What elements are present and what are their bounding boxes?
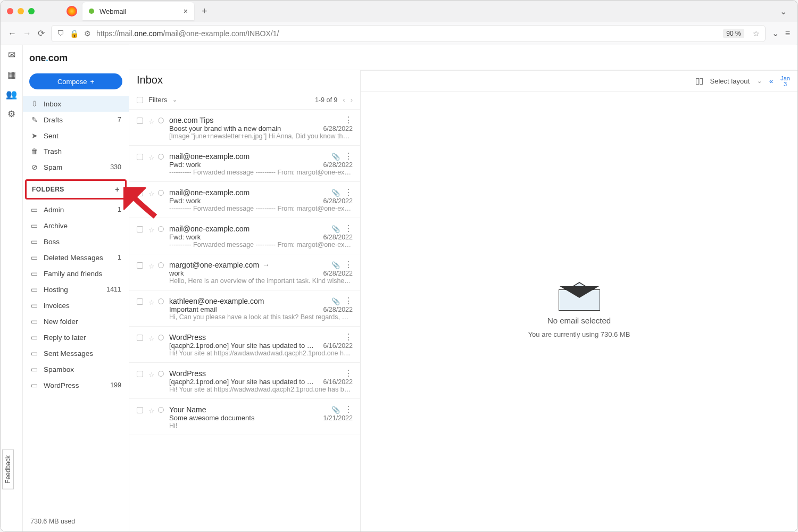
layout-icon[interactable] [696,78,703,85]
star-icon[interactable]: ☆ [148,407,155,429]
minimize-window-icon[interactable] [18,8,24,14]
read-status-icon[interactable] [158,262,164,268]
browser-tab[interactable]: Webmail × [82,2,194,20]
filters-label[interactable]: Filters [148,96,167,104]
message-checkbox[interactable] [137,371,143,377]
message-more-icon[interactable]: ⋮ [344,262,353,268]
message-more-icon[interactable]: ⋮ [344,298,353,304]
star-icon[interactable]: ☆ [148,262,155,285]
star-icon[interactable]: ☆ [148,190,155,212]
settings-rail-icon[interactable]: ⚙ [7,109,15,120]
sidebar-folder-invoices[interactable]: ▭ invoices [23,297,129,313]
select-layout-label[interactable]: Select layout [710,77,750,85]
message-more-icon[interactable]: ⋮ [344,407,353,412]
sidebar-folder-family-and-friends[interactable]: ▭ Family and friends [23,265,129,281]
collapse-icon[interactable]: « [769,77,773,85]
star-icon[interactable]: ☆ [148,298,155,321]
sidebar-folder-admin[interactable]: ▭ Admin 1 [23,202,129,218]
message-more-icon[interactable]: ⋮ [344,154,353,159]
sidebar-folder-wordpress[interactable]: ▭ WordPress 199 [23,377,129,393]
message-row[interactable]: ☆ margot@one-example.com → 📎 ⋮ work 6/28… [129,254,360,290]
message-row[interactable]: ☆ WordPress ⋮ [qacph2.1prod.one] Your si… [129,327,360,363]
folders-header[interactable]: FOLDERS + [25,179,127,200]
read-status-icon[interactable] [158,335,164,340]
message-more-icon[interactable]: ⋮ [344,118,353,123]
read-status-icon[interactable] [158,371,164,377]
sidebar-folder-sent-messages[interactable]: ▭ Sent Messages [23,345,129,361]
message-checkbox[interactable] [137,262,143,269]
message-row[interactable]: ☆ kathleen@one-example.com 📎 ⋮ Important… [129,290,360,327]
sidebar-item-trash[interactable]: 🗑 Trash [23,144,129,159]
sidebar-folder-deleted-messages[interactable]: ▭ Deleted Messages 1 [23,250,129,265]
sidebar-item-count: 199 [110,381,121,389]
message-more-icon[interactable]: ⋮ [344,226,353,231]
url-bar[interactable]: ⛉ 🔒 ⚙ https://mail.one.com/mail@one-exam… [51,25,766,42]
browser-toolbar: ← → ⟳ ⛉ 🔒 ⚙ https://mail.one.com/mail@on… [1,22,797,45]
sidebar-folder-hosting[interactable]: ▭ Hosting 1411 [23,281,129,297]
message-row[interactable]: ☆ mail@one-example.com 📎 ⋮ Fwd: work 6/2… [129,146,360,182]
message-checkbox[interactable] [137,226,143,232]
select-all-checkbox[interactable] [137,97,143,103]
read-status-icon[interactable] [158,118,164,123]
read-status-icon[interactable] [158,154,164,160]
permissions-icon[interactable]: ⚙ [84,29,91,38]
sidebar-folder-new-folder[interactable]: ▭ New folder [23,313,129,329]
maximize-window-icon[interactable] [28,8,35,14]
message-more-icon[interactable]: ⋮ [344,190,353,195]
message-checkbox[interactable] [137,407,143,413]
sidebar-item-inbox[interactable]: ⇩ Inbox [23,96,129,112]
pocket-icon[interactable]: ⌄ [772,28,779,38]
sidebar-folder-boss[interactable]: ▭ Boss [23,234,129,250]
message-row[interactable]: ☆ Your Name 📎 ⋮ Some awesome documents 1… [129,399,360,435]
add-folder-icon[interactable]: + [115,185,120,194]
prev-page-icon[interactable]: ‹ [343,96,345,104]
message-row[interactable]: ☆ mail@one-example.com 📎 ⋮ Fwd: work 6/2… [129,182,360,218]
back-icon[interactable]: ← [8,29,16,38]
star-icon[interactable]: ☆ [148,335,155,357]
message-checkbox[interactable] [137,190,143,196]
bookmark-star-icon[interactable]: ☆ [753,29,760,38]
tabs-dropdown-icon[interactable]: ⌄ [780,6,787,16]
message-checkbox[interactable] [137,154,143,160]
calendar-rail-icon[interactable]: ▦ [7,69,16,80]
sidebar-folder-spambox[interactable]: ▭ Spambox [23,361,129,377]
compose-button[interactable]: Compose + [29,73,122,89]
sidebar-item-spam[interactable]: ⊘ Spam 330 [23,159,129,175]
sidebar-item-sent[interactable]: ➤ Sent [23,128,129,144]
feedback-tab[interactable]: Feedback [2,450,14,489]
date-chip[interactable]: Jan 3 [780,76,790,87]
next-page-icon[interactable]: › [351,96,353,104]
message-more-icon[interactable]: ⋮ [344,335,353,340]
reload-icon[interactable]: ⟳ [38,28,45,38]
star-icon[interactable]: ☆ [148,226,155,248]
zoom-level[interactable]: 90 % [723,29,744,38]
read-status-icon[interactable] [158,190,164,196]
shield-icon[interactable]: ⛉ [57,29,64,38]
sidebar-item-drafts[interactable]: ✎ Drafts 7 [23,112,129,128]
filters-chevron-icon[interactable]: ⌄ [172,96,177,103]
message-checkbox[interactable] [137,335,143,341]
star-icon[interactable]: ☆ [148,371,155,393]
message-row[interactable]: ☆ one.com Tips ⋮ Boost your brand with a… [129,110,360,146]
message-checkbox[interactable] [137,118,143,124]
menu-icon[interactable]: ≡ [785,29,790,38]
read-status-icon[interactable] [158,298,164,304]
tab-close-icon[interactable]: × [184,7,188,15]
message-more-icon[interactable]: ⋮ [344,371,353,376]
close-window-icon[interactable] [7,8,13,14]
lock-icon[interactable]: 🔒 [70,29,79,38]
read-status-icon[interactable] [158,226,164,232]
sidebar-folder-archive[interactable]: ▭ Archive [23,218,129,234]
reader-pane: Search in Inbox ⌕ What's new mail@one-ex… [361,45,797,531]
message-row[interactable]: ☆ mail@one-example.com 📎 ⋮ Fwd: work 6/2… [129,218,360,254]
star-icon[interactable]: ☆ [148,118,155,140]
read-status-icon[interactable] [158,407,164,413]
message-checkbox[interactable] [137,298,143,305]
layout-chevron-icon[interactable]: ⌄ [757,78,762,85]
new-tab-icon[interactable]: + [202,6,207,17]
sidebar-folder-reply-to-later[interactable]: ▭ Reply to later [23,329,129,345]
contacts-rail-icon[interactable]: 👥 [6,89,17,100]
star-icon[interactable]: ☆ [148,154,155,176]
message-row[interactable]: ☆ WordPress ⋮ [qacph2.1prod.one] Your si… [129,363,360,399]
mail-rail-icon[interactable]: ✉ [8,49,15,61]
